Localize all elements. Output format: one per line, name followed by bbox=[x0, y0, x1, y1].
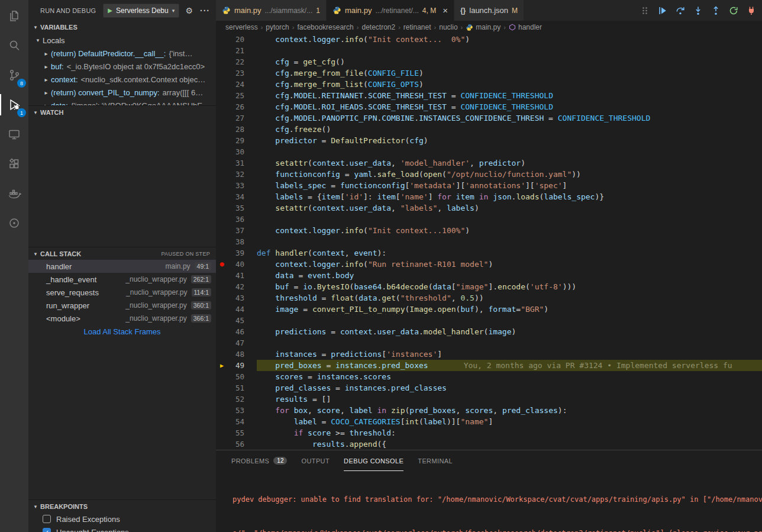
glyph-margin[interactable] bbox=[216, 124, 228, 135]
code-line[interactable]: 39def handler(context, event): bbox=[216, 247, 762, 259]
glyph-margin[interactable] bbox=[216, 270, 228, 281]
code-line[interactable]: 35 setattr(context.user_data, "labels", … bbox=[216, 202, 762, 214]
glyph-margin[interactable] bbox=[216, 202, 228, 214]
glyph-margin[interactable] bbox=[216, 247, 228, 259]
glyph-margin[interactable] bbox=[216, 101, 228, 112]
launch-config-dropdown[interactable]: ▶ Serverless Debu ▾ bbox=[103, 4, 179, 18]
code-line[interactable]: 31 setattr(context.user_data, 'model_han… bbox=[216, 157, 762, 169]
code-line[interactable]: ●40 context.logger.info("Run retinanet-R… bbox=[216, 259, 762, 270]
breakpoints-section-header[interactable]: ▾ BREAKPOINTS bbox=[28, 499, 216, 512]
gripper-icon[interactable] bbox=[639, 5, 651, 17]
tab-main-py-retinanet[interactable]: main.py .../retinanet/... 4, M × bbox=[327, 0, 454, 21]
glyph-margin[interactable] bbox=[216, 304, 228, 315]
tab-terminal[interactable]: TERMINAL bbox=[418, 450, 453, 471]
glyph-margin[interactable] bbox=[216, 169, 228, 180]
code-line[interactable]: 29 predictor = DefaultPredictor(cfg) bbox=[216, 135, 762, 146]
chevron-collapsed-icon[interactable]: ▸ bbox=[41, 63, 51, 70]
tab-launch-json[interactable]: {} launch.json M bbox=[454, 0, 524, 21]
code-line[interactable]: 54 label = COCO_CATEGORIES[int(label)]["… bbox=[216, 416, 762, 427]
glyph-margin[interactable] bbox=[216, 416, 228, 427]
load-all-stack-frames-link[interactable]: Load All Stack Frames bbox=[28, 325, 216, 338]
code-line[interactable]: 51 pred_classes = instances.pred_classes bbox=[216, 382, 762, 394]
explorer-icon[interactable] bbox=[0, 1, 28, 31]
glyph-margin[interactable] bbox=[216, 180, 228, 191]
glyph-margin[interactable] bbox=[216, 191, 228, 202]
breadcrumb-item[interactable]: facebookresearch bbox=[297, 23, 353, 31]
code-line[interactable]: 41 data = event.body bbox=[216, 270, 762, 281]
stack-frame[interactable]: <module> _nuclio_wrapper.py 366:1 bbox=[28, 312, 216, 325]
chevron-collapsed-icon[interactable]: ▸ bbox=[41, 89, 51, 96]
glyph-margin[interactable] bbox=[216, 90, 228, 101]
variables-section-header[interactable]: ▾ VARIABLES bbox=[28, 21, 216, 34]
glyph-margin[interactable] bbox=[216, 56, 228, 67]
extensions-icon[interactable] bbox=[0, 149, 28, 179]
glyph-margin[interactable] bbox=[216, 315, 228, 326]
close-icon[interactable]: × bbox=[443, 6, 448, 15]
breadcrumb-item[interactable]: detectron2 bbox=[361, 23, 395, 31]
watch-section-header[interactable]: ▾ WATCH bbox=[28, 105, 216, 118]
breadcrumb-symbol[interactable]: handler bbox=[509, 23, 542, 31]
glyph-margin[interactable] bbox=[216, 349, 228, 360]
variable-row[interactable]: ▸ data: {'image': 'iVBORw0KGgoAAAANSUhE… bbox=[28, 99, 216, 105]
step-into-icon[interactable] bbox=[692, 5, 704, 17]
gear-icon[interactable]: ⚙ bbox=[185, 6, 193, 15]
remote-explorer-icon[interactable] bbox=[0, 120, 28, 149]
glyph-margin[interactable] bbox=[216, 427, 228, 439]
glyph-margin[interactable] bbox=[216, 281, 228, 292]
continue-icon[interactable] bbox=[657, 5, 669, 17]
chevron-collapsed-icon[interactable]: ▸ bbox=[41, 76, 51, 83]
code-line[interactable]: 53 for box, score, label in zip(pred_box… bbox=[216, 405, 762, 416]
variable-row[interactable]: ▸ (return) DefaultPredictor.__call__: {'… bbox=[28, 47, 216, 60]
stack-frame[interactable]: serve_requests _nuclio_wrapper.py 114:1 bbox=[28, 286, 216, 299]
source-control-icon[interactable]: 8 bbox=[0, 60, 28, 90]
glyph-margin[interactable] bbox=[216, 225, 228, 236]
tab-main-py-siammask[interactable]: main.py .../siammask/... 1 bbox=[216, 0, 326, 21]
glyph-margin[interactable] bbox=[216, 405, 228, 416]
code-line[interactable]: 30 bbox=[216, 146, 762, 157]
code-line[interactable]: 44 image = convert_PIL_to_numpy(Image.op… bbox=[216, 304, 762, 315]
docker-icon[interactable] bbox=[0, 179, 28, 208]
code-line[interactable]: 34 labels = {item['id']: item['name'] fo… bbox=[216, 191, 762, 202]
glyph-margin[interactable] bbox=[216, 146, 228, 157]
step-out-icon[interactable] bbox=[710, 5, 722, 17]
code-line[interactable]: 20 context.logger.info("Init context... … bbox=[216, 34, 762, 45]
breadcrumb-file[interactable]: main.py bbox=[466, 23, 501, 31]
code-line[interactable]: 55 if score >= threshold: bbox=[216, 427, 762, 439]
step-over-icon[interactable] bbox=[674, 5, 686, 17]
breadcrumb-item[interactable]: pytorch bbox=[266, 23, 289, 31]
glyph-margin[interactable] bbox=[216, 135, 228, 146]
variable-row[interactable]: ▸ context: <nuclio_sdk.context.Context o… bbox=[28, 73, 216, 86]
code-line[interactable]: 22 cfg = get_cfg() bbox=[216, 56, 762, 67]
tab-problems[interactable]: PROBLEMS 12 bbox=[231, 450, 287, 471]
plugin-circle-icon[interactable] bbox=[0, 208, 28, 238]
glyph-margin[interactable] bbox=[216, 326, 228, 337]
code-line[interactable]: 25 cfg.MODEL.RETINANET.SCORE_THRESH_TEST… bbox=[216, 90, 762, 101]
debug-console-output[interactable]: pydev debugger: unable to find translati… bbox=[216, 471, 762, 532]
glyph-margin[interactable] bbox=[216, 79, 228, 90]
glyph-margin[interactable] bbox=[216, 394, 228, 405]
glyph-margin[interactable] bbox=[216, 236, 228, 247]
breadcrumb-item[interactable]: serverless bbox=[225, 23, 258, 31]
glyph-margin[interactable] bbox=[216, 371, 228, 382]
code-line[interactable]: 26 cfg.MODEL.ROI_HEADS.SCORE_THRESH_TEST… bbox=[216, 101, 762, 112]
code-line[interactable]: 27 cfg.MODEL.PANOPTIC_FPN.COMBINE.INSTAN… bbox=[216, 112, 762, 124]
start-debugging-icon[interactable]: ▶ bbox=[108, 7, 112, 14]
code-line[interactable]: 52 results = [] bbox=[216, 394, 762, 405]
code-line[interactable]: 50 scores = instances.scores bbox=[216, 371, 762, 382]
more-actions-icon[interactable]: ··· bbox=[200, 6, 210, 15]
glyph-margin[interactable] bbox=[216, 157, 228, 169]
code-line[interactable]: 36 bbox=[216, 214, 762, 225]
code-line[interactable]: 47 bbox=[216, 337, 762, 349]
disconnect-icon[interactable] bbox=[745, 5, 757, 17]
search-icon[interactable] bbox=[0, 31, 28, 60]
tab-output[interactable]: OUTPUT bbox=[301, 450, 330, 471]
breadcrumb-item[interactable]: nuclio bbox=[439, 23, 457, 31]
checkbox-unchecked[interactable] bbox=[43, 515, 51, 523]
code-line[interactable]: 21 bbox=[216, 45, 762, 56]
code-line[interactable]: 23 cfg.merge_from_file(CONFIG_FILE) bbox=[216, 67, 762, 79]
restart-icon[interactable] bbox=[728, 5, 740, 17]
glyph-margin[interactable] bbox=[216, 439, 228, 450]
code-area[interactable]: 20 context.logger.info("Init context... … bbox=[216, 34, 762, 450]
stack-frame[interactable]: run_wrapper _nuclio_wrapper.py 360:1 bbox=[28, 299, 216, 312]
code-line[interactable]: 46 predictions = context.user_data.model… bbox=[216, 326, 762, 337]
